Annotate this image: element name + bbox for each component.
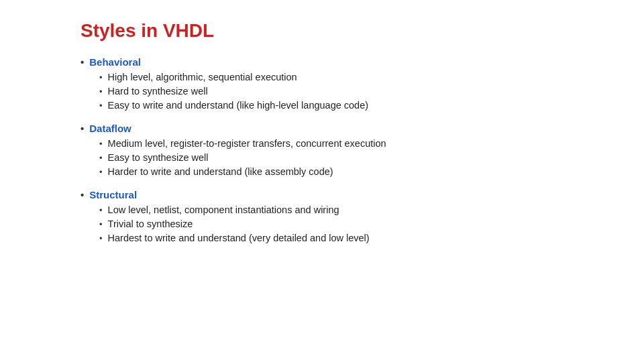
item-text-1-1: Easy to synthesize well <box>108 152 209 163</box>
list-item: •Easy to write and understand (like high… <box>99 100 610 111</box>
item-text-0-1: Hard to synthesize well <box>108 86 208 97</box>
list-item: •Medium level, register-to-register tran… <box>99 138 610 149</box>
section-label-2: •Structural <box>80 189 610 200</box>
list-item: •Trivial to synthesize <box>99 219 610 229</box>
list-item: •Hard to synthesize well <box>99 86 610 97</box>
item-text-1-2: Harder to write and understand (like ass… <box>108 166 333 177</box>
list-item: •Harder to write and understand (like as… <box>99 166 610 177</box>
section-label-1: •Dataflow <box>80 123 610 134</box>
sub-bullet-icon: • <box>99 72 103 82</box>
section-title-1: Dataflow <box>89 123 131 134</box>
bullet-icon: • <box>80 123 84 134</box>
section-label-0: •Behavioral <box>80 56 610 68</box>
bullet-icon: • <box>80 56 84 68</box>
section-items-2: •Low level, netlist, component instantia… <box>80 204 610 243</box>
bullet-icon: • <box>80 189 84 200</box>
section-title-0: Behavioral <box>89 56 141 68</box>
item-text-0-2: Easy to write and understand (like high-… <box>108 100 369 111</box>
item-text-2-1: Trivial to synthesize <box>108 219 193 229</box>
item-text-2-2: Hardest to write and understand (very de… <box>108 233 370 243</box>
sub-bullet-icon: • <box>99 101 103 111</box>
list-item: •Hardest to write and understand (very d… <box>99 233 610 243</box>
sub-bullet-icon: • <box>99 233 103 243</box>
item-text-1-0: Medium level, register-to-register trans… <box>108 138 386 149</box>
sub-bullet-icon: • <box>99 219 103 229</box>
item-text-2-0: Low level, netlist, component instantiat… <box>108 204 339 215</box>
item-text-0-0: High level, algorithmic, sequential exec… <box>108 72 297 82</box>
list-item: •Easy to synthesize well <box>99 152 610 163</box>
section-items-1: •Medium level, register-to-register tran… <box>80 138 610 177</box>
sub-bullet-icon: • <box>99 153 103 163</box>
section-behavioral: •Behavioral•High level, algorithmic, seq… <box>80 56 610 111</box>
list-item: •Low level, netlist, component instantia… <box>99 204 610 215</box>
section-dataflow: •Dataflow•Medium level, register-to-regi… <box>80 123 610 177</box>
list-item: •High level, algorithmic, sequential exe… <box>99 72 610 82</box>
sub-bullet-icon: • <box>99 167 103 177</box>
section-items-0: •High level, algorithmic, sequential exe… <box>80 72 610 111</box>
section-title-2: Structural <box>89 189 137 200</box>
sub-bullet-icon: • <box>99 139 103 149</box>
section-structural: •Structural•Low level, netlist, componen… <box>80 189 610 243</box>
sub-bullet-icon: • <box>99 86 103 97</box>
slide-title: Styles in VHDL <box>80 20 610 42</box>
sub-bullet-icon: • <box>99 205 103 215</box>
slide: Styles in VHDL •Behavioral•High level, a… <box>0 0 644 362</box>
